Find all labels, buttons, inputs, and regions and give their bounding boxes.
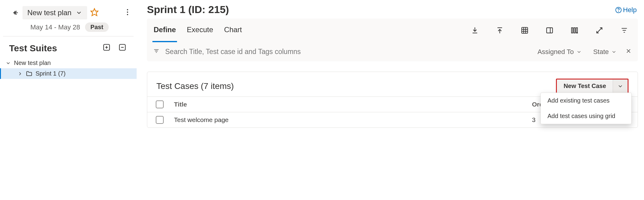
collapse-suite-icon[interactable] xyxy=(117,42,128,55)
search-input[interactable] xyxy=(165,48,529,56)
svg-rect-11 xyxy=(574,28,575,33)
more-options-icon[interactable] xyxy=(124,7,131,19)
menu-add-existing[interactable]: Add existing test cases xyxy=(541,93,631,108)
svg-rect-12 xyxy=(576,28,577,33)
column-options-icon[interactable] xyxy=(566,19,583,42)
test-cases-panel: Test Cases (7 items) New Test Case Add e… xyxy=(147,72,638,128)
filter-state[interactable]: State xyxy=(590,48,620,56)
filter-assigned-to[interactable]: Assigned To xyxy=(534,48,584,56)
svg-rect-9 xyxy=(547,28,553,33)
help-icon xyxy=(615,7,622,13)
row-checkbox[interactable] xyxy=(156,116,164,124)
svg-point-1 xyxy=(127,9,128,10)
grid-view-icon[interactable] xyxy=(516,19,533,42)
chevron-down-icon xyxy=(576,49,582,55)
test-plan-label: New test plan xyxy=(27,8,71,17)
new-test-case-split-button: New Test Case xyxy=(556,79,629,93)
filter-lines-icon xyxy=(153,48,160,56)
add-suite-icon[interactable] xyxy=(101,42,112,55)
svg-point-7 xyxy=(618,11,618,12)
svg-point-3 xyxy=(127,14,128,15)
iteration-date-range: May 14 - May 28 xyxy=(30,23,80,31)
test-cases-title: Test Cases (7 items) xyxy=(156,81,234,91)
filter-icon[interactable] xyxy=(616,19,632,42)
chevron-down-icon xyxy=(617,83,623,89)
search-bar: Assigned To State xyxy=(147,42,638,61)
side-panel-icon[interactable] xyxy=(541,19,558,42)
help-link[interactable]: Help xyxy=(615,6,637,14)
tree-root-label: New test plan xyxy=(14,59,51,66)
tab-chart[interactable]: Chart xyxy=(223,19,243,42)
export-icon[interactable] xyxy=(467,19,483,42)
svg-point-2 xyxy=(127,12,128,13)
main-area: Help Sprint 1 (ID: 215) Define Execute C… xyxy=(137,0,644,200)
fullscreen-icon[interactable] xyxy=(591,19,608,42)
test-plan-selector[interactable]: New test plan xyxy=(22,6,87,19)
chevron-down-icon xyxy=(5,60,11,66)
tab-define[interactable]: Define xyxy=(152,19,177,42)
new-test-case-button[interactable]: New Test Case xyxy=(557,80,613,93)
page-title: Sprint 1 (ID: 215) xyxy=(147,2,638,19)
chevron-down-icon xyxy=(611,49,617,55)
import-icon[interactable] xyxy=(492,19,508,42)
tree-child-label: Sprint 1 (7) xyxy=(36,70,66,77)
tree-child-item[interactable]: Sprint 1 (7) xyxy=(0,68,137,79)
new-test-case-dropdown[interactable] xyxy=(613,80,628,93)
new-test-case-menu: Add existing test cases Add test cases u… xyxy=(540,93,632,124)
select-all-checkbox[interactable] xyxy=(156,100,164,108)
svg-rect-10 xyxy=(571,28,573,33)
chevron-right-icon xyxy=(17,71,23,76)
sidebar: New test plan May 14 - May 28 Past Test … xyxy=(0,0,137,200)
row-title: Test welcome page xyxy=(174,116,532,124)
iteration-state-chip: Past xyxy=(85,22,109,32)
svg-rect-8 xyxy=(522,27,528,33)
back-icon[interactable] xyxy=(12,9,19,16)
chevron-down-icon xyxy=(76,9,82,16)
tab-execute[interactable]: Execute xyxy=(186,19,214,42)
favorite-star-icon[interactable] xyxy=(90,8,99,18)
tabs-bar: Define Execute Chart xyxy=(147,19,638,42)
svg-marker-0 xyxy=(91,8,98,15)
col-title[interactable]: Title xyxy=(174,101,532,108)
test-suites-heading: Test Suites xyxy=(9,43,57,53)
clear-filters-icon[interactable] xyxy=(625,48,632,56)
tree-root-item[interactable]: New test plan xyxy=(0,58,137,68)
menu-add-using-grid[interactable]: Add test cases using grid xyxy=(541,108,631,124)
folder-icon xyxy=(26,70,32,77)
